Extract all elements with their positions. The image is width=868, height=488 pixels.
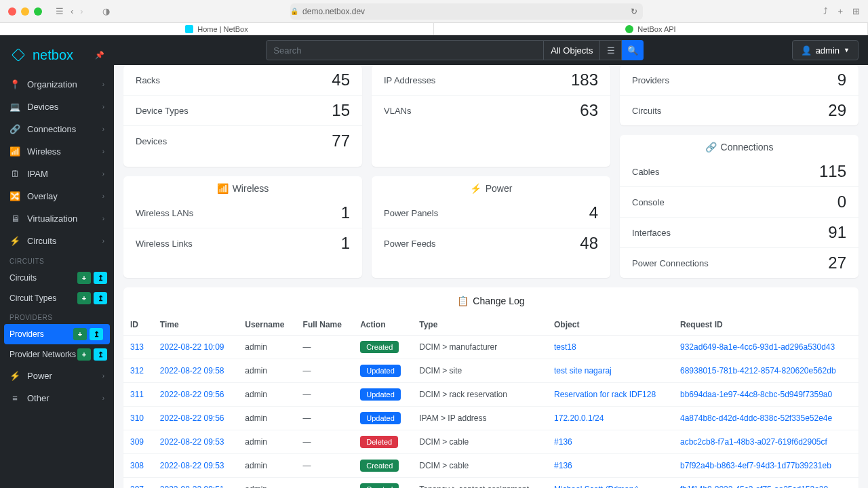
changelog-object-link[interactable]: #136 — [547, 454, 673, 478]
stat-value: 0 — [837, 192, 846, 211]
stat-row[interactable]: Wireless LANs1 — [123, 198, 362, 228]
search-submit-button[interactable]: 🔍 — [622, 40, 644, 60]
add-provider-button[interactable]: + — [73, 328, 87, 340]
table-row: 3102022-08-22 09:56admin—UpdatedIPAM > I… — [123, 407, 859, 430]
stat-row[interactable]: IP Addresses183 — [372, 65, 610, 95]
changelog-time-link[interactable]: 2022-08-22 09:51 — [153, 478, 239, 489]
sidebar-sub-providers[interactable]: Providers+↥ — [4, 324, 110, 344]
minimize-window-icon[interactable] — [21, 7, 29, 16]
tabs-icon[interactable]: ⊞ — [852, 6, 860, 16]
stat-row[interactable]: Device Types15 — [123, 95, 362, 125]
import-provider-network-button[interactable]: ↥ — [94, 348, 107, 361]
action-badge: Updated — [360, 388, 401, 401]
stat-value: 48 — [580, 234, 598, 253]
back-icon[interactable]: ‹ — [71, 6, 73, 16]
stat-row[interactable]: Power Connections27 — [620, 247, 859, 278]
changelog-request-link[interactable]: b7f92a4b-b863-4ef7-94d3-1d77b39231eb — [673, 454, 859, 478]
stat-row[interactable]: Console0 — [620, 186, 859, 217]
sidebar-item-overlay[interactable]: 🔀Overlay› — [0, 185, 114, 207]
sidebar-item-virtualization[interactable]: 🖥Virtualization› — [0, 207, 114, 230]
section-circuits: CIRCUITS — [0, 252, 114, 268]
stat-row[interactable]: Power Feeds48 — [372, 228, 610, 258]
stat-label: IP Addresses — [384, 75, 435, 85]
search-input[interactable] — [266, 40, 544, 60]
changelog-object-link[interactable]: Michael Scott (Primary) — [547, 478, 673, 489]
shield-icon[interactable]: ◑ — [102, 6, 110, 16]
sidebar-item-devices[interactable]: 💻Devices› — [0, 96, 114, 118]
changelog-request-link[interactable]: 932ad649-8a1e-4cc6-93d1-ad296a530d43 — [673, 336, 859, 359]
sidebar-item-connections[interactable]: 🔗Connections› — [0, 118, 114, 140]
add-circuit-type-button[interactable]: + — [77, 292, 91, 304]
logo[interactable]: netbox 📌 — [0, 41, 114, 73]
search-scope-select[interactable]: All Objects — [544, 40, 600, 60]
maximize-window-icon[interactable] — [34, 7, 42, 16]
changelog-id-link[interactable]: 310 — [123, 407, 153, 430]
changelog-request-link[interactable]: fb1f14b8-8022-45c3-af75-aa25cd153e20 — [673, 478, 859, 489]
stat-row[interactable]: Interfaces91 — [620, 217, 859, 247]
changelog-time-link[interactable]: 2022-08-22 09:56 — [153, 407, 239, 430]
changelog-request-link[interactable]: acbc2cb8-f7a1-48b3-a027-619f6d2905cf — [673, 430, 859, 454]
share-icon[interactable]: ⤴ — [823, 6, 828, 16]
sidebar-item-circuits[interactable]: ⚡Circuits› — [0, 230, 114, 252]
changelog-object-link[interactable]: test site nagaraj — [547, 359, 673, 383]
search-filter-button[interactable]: ☰ — [600, 40, 622, 60]
changelog-request-link[interactable]: bb694daa-1e97-44c8-8cbc-5d949f7359a0 — [673, 383, 859, 407]
changelog-object-link[interactable]: Reservation for rack IDF128 — [547, 383, 673, 407]
new-tab-icon[interactable]: + — [837, 6, 843, 16]
changelog-time-link[interactable]: 2022-08-22 09:53 — [153, 430, 239, 454]
stat-row[interactable]: Providers9 — [620, 65, 859, 95]
changelog-id-link[interactable]: 311 — [123, 383, 153, 407]
changelog-time-link[interactable]: 2022-08-22 09:58 — [153, 359, 239, 383]
changelog-time-link[interactable]: 2022-08-22 09:56 — [153, 383, 239, 407]
add-circuit-button[interactable]: + — [77, 272, 91, 284]
pin-icon[interactable]: 📌 — [95, 51, 104, 60]
changelog-object-link[interactable]: 172.20.0.1/24 — [547, 407, 673, 430]
stat-label: Circuits — [632, 106, 661, 116]
sidebar-item-ipam[interactable]: 🗓IPAM› — [0, 163, 114, 185]
add-provider-network-button[interactable]: + — [77, 348, 91, 361]
changelog-id-link[interactable]: 312 — [123, 359, 153, 383]
user-menu-button[interactable]: 👤admin▼ — [792, 40, 859, 60]
topbar: All Objects ☰ 🔍 👤admin▼ — [114, 35, 868, 65]
changelog-time-link[interactable]: 2022-08-22 09:53 — [153, 454, 239, 478]
changelog-id-link[interactable]: 307 — [123, 478, 153, 489]
url-text: demo.netbox.dev — [302, 7, 365, 16]
browser-tab-2[interactable]: NetBox API — [434, 23, 868, 35]
sidebar-sub-circuit-types[interactable]: Circuit Types+↥ — [0, 288, 114, 308]
forward-icon[interactable]: › — [80, 6, 83, 16]
url-bar[interactable]: 🔒 demo.netbox.dev ↻ — [290, 3, 643, 20]
sidebar-item-wireless[interactable]: 📶Wireless› — [0, 140, 114, 163]
sidebar-toggle-icon[interactable]: ☰ — [56, 6, 64, 16]
stat-row[interactable]: Racks45 — [123, 65, 362, 95]
changelog-request-link[interactable]: 68938015-781b-4212-8574-820620e562db — [673, 359, 859, 383]
stat-label: Power Feeds — [384, 239, 436, 249]
stat-row[interactable]: Cables115 — [620, 157, 859, 186]
close-window-icon[interactable] — [8, 7, 16, 16]
stat-row[interactable]: Devices77 — [123, 125, 362, 156]
stat-row[interactable]: Power Panels4 — [372, 198, 610, 228]
changelog-object-link[interactable]: #136 — [547, 430, 673, 454]
stat-row[interactable]: Wireless Links1 — [123, 228, 362, 258]
sidebar-sub-circuits[interactable]: Circuits+↥ — [0, 268, 114, 288]
changelog-request-link[interactable]: 4a874b8c-d42d-4ddc-838c-52f335e52e4e — [673, 407, 859, 430]
refresh-icon[interactable]: ↻ — [631, 7, 643, 16]
import-circuit-type-button[interactable]: ↥ — [94, 292, 107, 304]
sidebar-item-other[interactable]: ≡Other› — [0, 387, 114, 409]
import-provider-button[interactable]: ↥ — [90, 328, 103, 340]
table-header: Username — [238, 314, 296, 336]
changelog-id-link[interactable]: 313 — [123, 336, 153, 359]
stat-row[interactable]: Circuits29 — [620, 95, 859, 125]
stat-row[interactable]: VLANs63 — [372, 95, 610, 125]
changelog-id-link[interactable]: 309 — [123, 430, 153, 454]
changelog-time-link[interactable]: 2022-08-22 10:09 — [153, 336, 239, 359]
sidebar-item-power[interactable]: ⚡Power› — [0, 365, 114, 387]
chevron-right-icon: › — [102, 81, 104, 88]
changelog-id-link[interactable]: 308 — [123, 454, 153, 478]
stat-label: Wireless Links — [136, 239, 193, 249]
sidebar-item-organization[interactable]: 📍Organization› — [0, 73, 114, 96]
import-circuit-button[interactable]: ↥ — [94, 272, 107, 284]
changelog-object-link[interactable]: test18 — [547, 336, 673, 359]
sidebar-sub-provider-networks[interactable]: Provider Networks+↥ — [0, 344, 114, 365]
browser-tab-1[interactable]: Home | NetBox — [0, 23, 434, 35]
list-icon: 📋 — [457, 296, 469, 306]
